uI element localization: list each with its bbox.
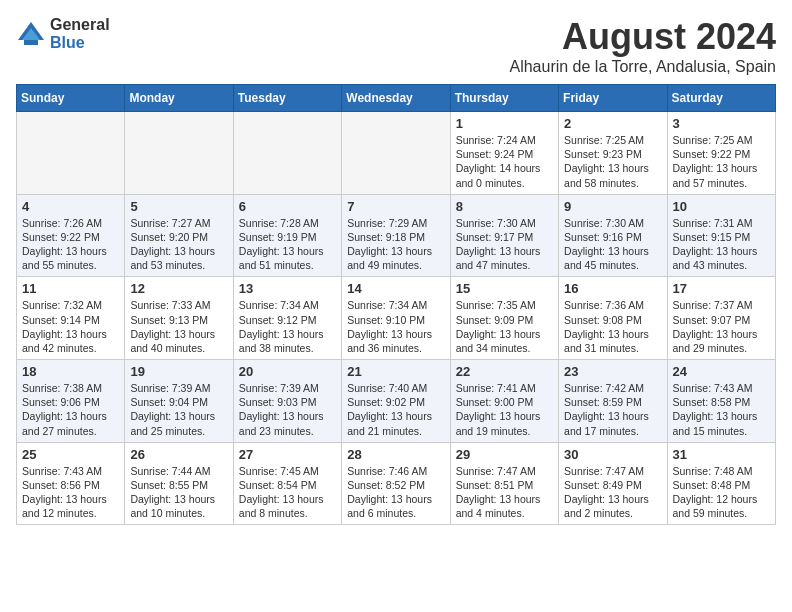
- day-number: 1: [456, 116, 553, 131]
- day-number: 24: [673, 364, 770, 379]
- day-number: 26: [130, 447, 227, 462]
- day-info: Sunrise: 7:42 AM Sunset: 8:59 PM Dayligh…: [564, 381, 661, 438]
- day-number: 8: [456, 199, 553, 214]
- calendar-cell: 3Sunrise: 7:25 AM Sunset: 9:22 PM Daylig…: [667, 112, 775, 195]
- day-number: 30: [564, 447, 661, 462]
- page-header: General Blue August 2024 Alhaurin de la …: [16, 16, 776, 76]
- day-number: 12: [130, 281, 227, 296]
- weekday-header-sunday: Sunday: [17, 85, 125, 112]
- day-info: Sunrise: 7:33 AM Sunset: 9:13 PM Dayligh…: [130, 298, 227, 355]
- day-info: Sunrise: 7:43 AM Sunset: 8:56 PM Dayligh…: [22, 464, 119, 521]
- calendar-cell: 24Sunrise: 7:43 AM Sunset: 8:58 PM Dayli…: [667, 360, 775, 443]
- day-number: 9: [564, 199, 661, 214]
- day-info: Sunrise: 7:44 AM Sunset: 8:55 PM Dayligh…: [130, 464, 227, 521]
- weekday-header-tuesday: Tuesday: [233, 85, 341, 112]
- day-info: Sunrise: 7:40 AM Sunset: 9:02 PM Dayligh…: [347, 381, 444, 438]
- calendar-cell: [342, 112, 450, 195]
- day-number: 27: [239, 447, 336, 462]
- title-block: August 2024 Alhaurin de la Torre, Andalu…: [509, 16, 776, 76]
- calendar-cell: 7Sunrise: 7:29 AM Sunset: 9:18 PM Daylig…: [342, 194, 450, 277]
- day-number: 29: [456, 447, 553, 462]
- calendar-cell: 19Sunrise: 7:39 AM Sunset: 9:04 PM Dayli…: [125, 360, 233, 443]
- logo: General Blue: [16, 16, 110, 52]
- day-number: 20: [239, 364, 336, 379]
- day-info: Sunrise: 7:29 AM Sunset: 9:18 PM Dayligh…: [347, 216, 444, 273]
- day-number: 22: [456, 364, 553, 379]
- day-number: 4: [22, 199, 119, 214]
- day-info: Sunrise: 7:47 AM Sunset: 8:51 PM Dayligh…: [456, 464, 553, 521]
- day-info: Sunrise: 7:48 AM Sunset: 8:48 PM Dayligh…: [673, 464, 770, 521]
- logo-text: General Blue: [50, 16, 110, 52]
- month-title: August 2024: [509, 16, 776, 58]
- calendar-cell: 22Sunrise: 7:41 AM Sunset: 9:00 PM Dayli…: [450, 360, 558, 443]
- day-number: 7: [347, 199, 444, 214]
- calendar-cell: 6Sunrise: 7:28 AM Sunset: 9:19 PM Daylig…: [233, 194, 341, 277]
- calendar-week-row: 1Sunrise: 7:24 AM Sunset: 9:24 PM Daylig…: [17, 112, 776, 195]
- calendar-table: SundayMondayTuesdayWednesdayThursdayFrid…: [16, 84, 776, 525]
- day-number: 10: [673, 199, 770, 214]
- weekday-header-saturday: Saturday: [667, 85, 775, 112]
- location: Alhaurin de la Torre, Andalusia, Spain: [509, 58, 776, 76]
- calendar-cell: [233, 112, 341, 195]
- calendar-cell: 14Sunrise: 7:34 AM Sunset: 9:10 PM Dayli…: [342, 277, 450, 360]
- day-info: Sunrise: 7:25 AM Sunset: 9:23 PM Dayligh…: [564, 133, 661, 190]
- day-number: 6: [239, 199, 336, 214]
- calendar-cell: 23Sunrise: 7:42 AM Sunset: 8:59 PM Dayli…: [559, 360, 667, 443]
- calendar-cell: 26Sunrise: 7:44 AM Sunset: 8:55 PM Dayli…: [125, 442, 233, 525]
- weekday-header-row: SundayMondayTuesdayWednesdayThursdayFrid…: [17, 85, 776, 112]
- calendar-cell: 12Sunrise: 7:33 AM Sunset: 9:13 PM Dayli…: [125, 277, 233, 360]
- calendar-cell: 20Sunrise: 7:39 AM Sunset: 9:03 PM Dayli…: [233, 360, 341, 443]
- calendar-cell: [17, 112, 125, 195]
- calendar-week-row: 18Sunrise: 7:38 AM Sunset: 9:06 PM Dayli…: [17, 360, 776, 443]
- day-info: Sunrise: 7:45 AM Sunset: 8:54 PM Dayligh…: [239, 464, 336, 521]
- calendar-cell: 10Sunrise: 7:31 AM Sunset: 9:15 PM Dayli…: [667, 194, 775, 277]
- day-info: Sunrise: 7:24 AM Sunset: 9:24 PM Dayligh…: [456, 133, 553, 190]
- calendar-cell: 17Sunrise: 7:37 AM Sunset: 9:07 PM Dayli…: [667, 277, 775, 360]
- calendar-cell: 25Sunrise: 7:43 AM Sunset: 8:56 PM Dayli…: [17, 442, 125, 525]
- day-info: Sunrise: 7:43 AM Sunset: 8:58 PM Dayligh…: [673, 381, 770, 438]
- logo-icon: [16, 20, 46, 48]
- calendar-cell: 1Sunrise: 7:24 AM Sunset: 9:24 PM Daylig…: [450, 112, 558, 195]
- day-number: 11: [22, 281, 119, 296]
- calendar-week-row: 11Sunrise: 7:32 AM Sunset: 9:14 PM Dayli…: [17, 277, 776, 360]
- day-info: Sunrise: 7:32 AM Sunset: 9:14 PM Dayligh…: [22, 298, 119, 355]
- calendar-cell: 8Sunrise: 7:30 AM Sunset: 9:17 PM Daylig…: [450, 194, 558, 277]
- day-info: Sunrise: 7:25 AM Sunset: 9:22 PM Dayligh…: [673, 133, 770, 190]
- day-number: 18: [22, 364, 119, 379]
- day-info: Sunrise: 7:38 AM Sunset: 9:06 PM Dayligh…: [22, 381, 119, 438]
- day-info: Sunrise: 7:30 AM Sunset: 9:16 PM Dayligh…: [564, 216, 661, 273]
- day-number: 25: [22, 447, 119, 462]
- day-number: 19: [130, 364, 227, 379]
- day-info: Sunrise: 7:37 AM Sunset: 9:07 PM Dayligh…: [673, 298, 770, 355]
- day-number: 5: [130, 199, 227, 214]
- calendar-cell: 18Sunrise: 7:38 AM Sunset: 9:06 PM Dayli…: [17, 360, 125, 443]
- day-number: 3: [673, 116, 770, 131]
- weekday-header-monday: Monday: [125, 85, 233, 112]
- day-number: 23: [564, 364, 661, 379]
- day-info: Sunrise: 7:35 AM Sunset: 9:09 PM Dayligh…: [456, 298, 553, 355]
- day-info: Sunrise: 7:41 AM Sunset: 9:00 PM Dayligh…: [456, 381, 553, 438]
- calendar-cell: 5Sunrise: 7:27 AM Sunset: 9:20 PM Daylig…: [125, 194, 233, 277]
- day-number: 14: [347, 281, 444, 296]
- calendar-cell: 27Sunrise: 7:45 AM Sunset: 8:54 PM Dayli…: [233, 442, 341, 525]
- day-number: 21: [347, 364, 444, 379]
- calendar-cell: 13Sunrise: 7:34 AM Sunset: 9:12 PM Dayli…: [233, 277, 341, 360]
- calendar-cell: 16Sunrise: 7:36 AM Sunset: 9:08 PM Dayli…: [559, 277, 667, 360]
- day-info: Sunrise: 7:39 AM Sunset: 9:04 PM Dayligh…: [130, 381, 227, 438]
- day-info: Sunrise: 7:30 AM Sunset: 9:17 PM Dayligh…: [456, 216, 553, 273]
- day-number: 13: [239, 281, 336, 296]
- calendar-cell: 9Sunrise: 7:30 AM Sunset: 9:16 PM Daylig…: [559, 194, 667, 277]
- day-info: Sunrise: 7:39 AM Sunset: 9:03 PM Dayligh…: [239, 381, 336, 438]
- day-number: 31: [673, 447, 770, 462]
- day-info: Sunrise: 7:47 AM Sunset: 8:49 PM Dayligh…: [564, 464, 661, 521]
- calendar-cell: 30Sunrise: 7:47 AM Sunset: 8:49 PM Dayli…: [559, 442, 667, 525]
- calendar-cell: 31Sunrise: 7:48 AM Sunset: 8:48 PM Dayli…: [667, 442, 775, 525]
- calendar-cell: 15Sunrise: 7:35 AM Sunset: 9:09 PM Dayli…: [450, 277, 558, 360]
- calendar-week-row: 25Sunrise: 7:43 AM Sunset: 8:56 PM Dayli…: [17, 442, 776, 525]
- calendar-week-row: 4Sunrise: 7:26 AM Sunset: 9:22 PM Daylig…: [17, 194, 776, 277]
- svg-rect-3: [24, 40, 38, 45]
- calendar-cell: 2Sunrise: 7:25 AM Sunset: 9:23 PM Daylig…: [559, 112, 667, 195]
- day-info: Sunrise: 7:34 AM Sunset: 9:10 PM Dayligh…: [347, 298, 444, 355]
- calendar-cell: 28Sunrise: 7:46 AM Sunset: 8:52 PM Dayli…: [342, 442, 450, 525]
- day-number: 28: [347, 447, 444, 462]
